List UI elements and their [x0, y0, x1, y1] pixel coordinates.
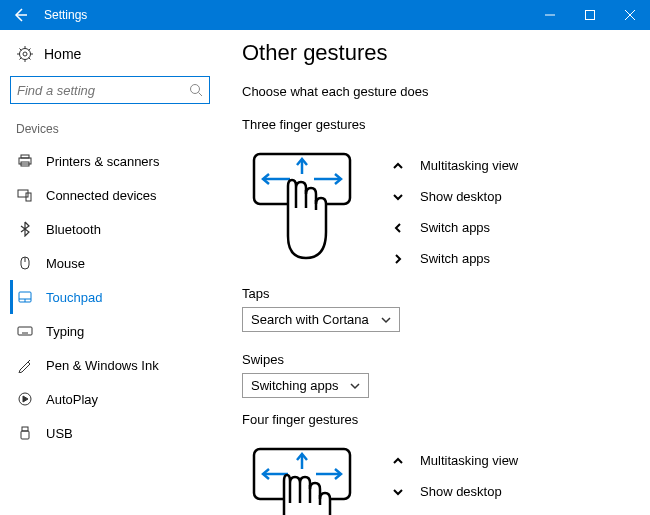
three-finger-title: Three finger gestures	[242, 117, 632, 132]
close-icon	[625, 10, 635, 20]
sidebar: Home Devices Printers & scanners Connect…	[0, 30, 220, 515]
gesture-up[interactable]: Multitasking view	[392, 150, 518, 181]
gesture-left[interactable]: Switch apps	[392, 212, 518, 243]
devices-icon	[16, 187, 34, 203]
window-title: Settings	[40, 8, 87, 22]
svg-point-14	[191, 85, 200, 94]
mouse-icon	[16, 255, 34, 271]
svg-point-5	[23, 52, 27, 56]
maximize-icon	[585, 10, 595, 20]
home-label: Home	[44, 46, 81, 62]
sidebar-item-typing[interactable]: Typing	[10, 314, 220, 348]
gesture-label: Multitasking view	[420, 158, 518, 173]
printer-icon	[16, 153, 34, 169]
svg-line-31	[28, 360, 30, 362]
taps-value: Search with Cortana	[251, 312, 369, 327]
svg-line-13	[29, 49, 31, 51]
keyboard-icon	[16, 323, 34, 339]
gesture-label: Show desktop	[420, 484, 502, 499]
maximize-button[interactable]	[570, 0, 610, 30]
sidebar-item-touchpad[interactable]: Touchpad	[10, 280, 220, 314]
sidebar-item-label: Bluetooth	[46, 222, 101, 237]
swipes-value: Switching apps	[251, 378, 338, 393]
chevron-down-icon	[381, 315, 391, 325]
chevron-right-icon	[392, 253, 406, 265]
sidebar-item-label: Mouse	[46, 256, 85, 271]
gesture-label: Multitasking view	[420, 453, 518, 468]
gesture-right[interactable]: Switch apps	[392, 243, 518, 274]
gesture-up[interactable]: Multitasking view	[392, 445, 518, 476]
swipes-label: Swipes	[242, 352, 632, 367]
four-finger-title: Four finger gestures	[242, 412, 632, 427]
main-panel: Other gestures Choose what each gesture …	[220, 30, 650, 515]
close-button[interactable]	[610, 0, 650, 30]
svg-rect-26	[18, 327, 32, 335]
autoplay-icon	[16, 391, 34, 407]
taps-label: Taps	[242, 286, 632, 301]
gesture-down[interactable]: Show desktop	[392, 476, 518, 507]
bluetooth-icon	[16, 221, 34, 237]
svg-line-15	[199, 93, 203, 97]
search-input[interactable]	[10, 76, 210, 104]
sidebar-item-usb[interactable]: USB	[10, 416, 220, 450]
svg-rect-1	[586, 11, 595, 20]
touchpad-icon	[16, 289, 34, 305]
sidebar-item-connected[interactable]: Connected devices	[10, 178, 220, 212]
chevron-left-icon	[392, 222, 406, 234]
gesture-down[interactable]: Show desktop	[392, 181, 518, 212]
sidebar-section-label: Devices	[10, 122, 220, 144]
sidebar-item-label: Connected devices	[46, 188, 157, 203]
taps-dropdown[interactable]: Search with Cortana	[242, 307, 400, 332]
gesture-label: Switch apps	[420, 220, 490, 235]
sidebar-item-label: Printers & scanners	[46, 154, 159, 169]
home-link[interactable]: Home	[10, 40, 220, 76]
pen-icon	[16, 357, 34, 373]
sidebar-item-label: Touchpad	[46, 290, 102, 305]
svg-line-10	[20, 49, 22, 51]
gear-icon	[16, 46, 34, 62]
three-finger-illustration	[242, 146, 372, 274]
gesture-label: Switch apps	[420, 251, 490, 266]
sidebar-item-label: USB	[46, 426, 73, 441]
chevron-up-icon	[392, 455, 406, 467]
svg-rect-34	[21, 431, 29, 439]
minimize-icon	[545, 10, 555, 20]
page-subtitle: Choose what each gesture does	[242, 84, 632, 99]
four-finger-illustration	[242, 441, 372, 515]
search-icon	[189, 83, 203, 97]
sidebar-item-label: Typing	[46, 324, 84, 339]
sidebar-item-printers[interactable]: Printers & scanners	[10, 144, 220, 178]
chevron-down-icon	[392, 191, 406, 203]
minimize-button[interactable]	[530, 0, 570, 30]
sidebar-item-label: Pen & Windows Ink	[46, 358, 159, 373]
chevron-up-icon	[392, 160, 406, 172]
arrow-left-icon	[12, 7, 28, 23]
back-button[interactable]	[0, 0, 40, 30]
sidebar-item-label: AutoPlay	[46, 392, 98, 407]
usb-icon	[16, 425, 34, 441]
sidebar-item-pen[interactable]: Pen & Windows Ink	[10, 348, 220, 382]
chevron-down-icon	[350, 381, 360, 391]
sidebar-item-autoplay[interactable]: AutoPlay	[10, 382, 220, 416]
gesture-label: Show desktop	[420, 189, 502, 204]
sidebar-item-mouse[interactable]: Mouse	[10, 246, 220, 280]
svg-rect-17	[21, 155, 29, 158]
svg-line-11	[29, 58, 31, 60]
sidebar-item-bluetooth[interactable]: Bluetooth	[10, 212, 220, 246]
titlebar: Settings	[0, 0, 650, 30]
page-title: Other gestures	[242, 40, 632, 66]
search-field[interactable]	[17, 83, 189, 98]
swipes-dropdown[interactable]: Switching apps	[242, 373, 369, 398]
svg-rect-33	[22, 427, 28, 431]
chevron-down-icon	[392, 486, 406, 498]
svg-line-12	[20, 58, 22, 60]
